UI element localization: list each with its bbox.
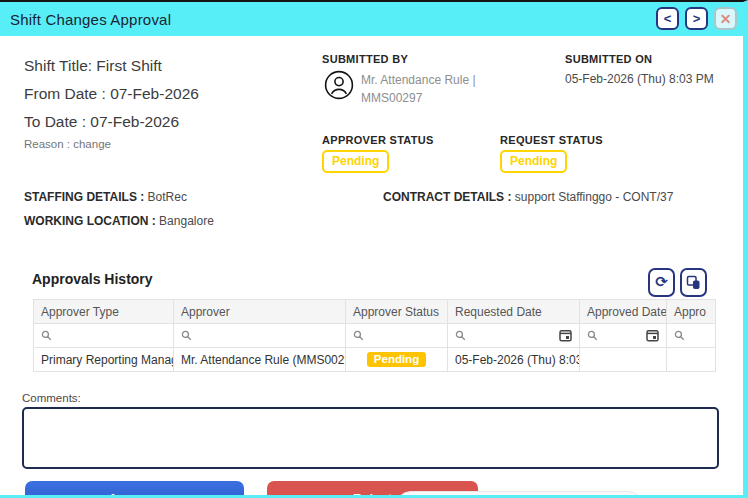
shift-title: Shift Title: First Shift	[24, 57, 162, 75]
titlebar-buttons: < > ✕	[656, 7, 737, 30]
dialog-titlebar: Shift Changes Approval	[0, 2, 743, 36]
working-location-value: Bangalore	[159, 214, 214, 228]
search-icon	[455, 330, 466, 341]
submitted-on-label: SUBMITTED ON	[565, 53, 652, 65]
calendar-icon[interactable]	[646, 329, 659, 342]
history-toolbar: ⟳	[648, 268, 707, 297]
filter-cell-approved-date[interactable]	[580, 324, 667, 348]
search-icon	[587, 330, 598, 341]
search-icon	[674, 330, 685, 341]
working-location-label: WORKING LOCATION :	[24, 214, 156, 228]
search-icon	[353, 330, 364, 341]
submitter-avatar	[324, 70, 354, 100]
shift-from-date: From Date : 07-Feb-2026	[24, 85, 199, 103]
approvals-history-title: Approvals History	[32, 271, 153, 287]
comments-label: Comments:	[22, 392, 81, 404]
column-header[interactable]: Approver Status	[346, 300, 448, 324]
cell-extra	[667, 348, 716, 372]
status-badge: Pending	[500, 150, 567, 173]
filter-cell-approver-type[interactable]	[34, 324, 174, 348]
filter-cell-approver[interactable]	[174, 324, 346, 348]
next-record-button[interactable]: >	[685, 7, 708, 30]
contract-details: CONTRACT DETAILS : support Staffinggo - …	[383, 190, 673, 204]
person-icon	[324, 70, 354, 100]
comments-input[interactable]	[22, 407, 719, 469]
shift-to-date: To Date : 07-Feb-2026	[24, 113, 179, 131]
working-location: WORKING LOCATION : Bangalore	[24, 214, 214, 228]
filter-cell-approver-status[interactable]	[346, 324, 448, 348]
request-status-badge: Pending	[500, 150, 567, 173]
close-button[interactable]: ✕	[714, 7, 737, 30]
contract-details-value: support Staffinggo - CONT/37	[515, 190, 674, 204]
approver-status-badge: Pending	[322, 150, 389, 173]
filter-cell-extra[interactable]	[667, 324, 716, 348]
staffing-details-label: STAFFING DETAILS :	[24, 190, 144, 204]
cell-approver-status: Pending	[346, 348, 448, 372]
submitter-name: Mr. Attendance Rule | MMS00297	[361, 71, 511, 107]
dialog-title: Shift Changes Approval	[10, 11, 171, 28]
search-icon	[181, 330, 192, 341]
column-header[interactable]: Approver	[174, 300, 346, 324]
table-filter-row	[34, 324, 716, 348]
approve-button[interactable]: Approve	[25, 481, 244, 498]
submitted-on-value: 05-Feb-2026 (Thu) 8:03 PM	[565, 72, 714, 86]
request-status-label: REQUEST STATUS	[500, 134, 603, 146]
toast-popup	[395, 491, 644, 498]
staffing-details-value: BotRec	[148, 190, 187, 204]
cell-approved-date	[580, 348, 667, 372]
table-row[interactable]: Primary Reporting Manager Mr. Attendance…	[34, 348, 716, 372]
close-icon: ✕	[720, 12, 732, 26]
reject-button[interactable]: Reject	[267, 481, 478, 498]
table-header-row: Approver Type Approver Approver Status R…	[34, 300, 716, 324]
approver-status-label: APPROVER STATUS	[322, 134, 434, 146]
status-badge: Pending	[367, 352, 426, 367]
shift-changes-approval-dialog: Shift Changes Approval < > ✕ Shift Title…	[0, 0, 748, 498]
copy-button[interactable]	[680, 268, 707, 297]
contract-details-label: CONTRACT DETAILS :	[383, 190, 511, 204]
approvals-history-table: Approver Type Approver Approver Status R…	[33, 299, 716, 372]
cell-approver-type: Primary Reporting Manager	[34, 348, 174, 372]
refresh-button[interactable]: ⟳	[648, 268, 675, 297]
copy-icon	[686, 275, 701, 290]
filter-cell-requested-date[interactable]	[448, 324, 580, 348]
submitted-by-label: SUBMITTED BY	[322, 53, 408, 65]
column-header[interactable]: Approver Type	[34, 300, 174, 324]
column-header[interactable]: Approved Date	[580, 300, 667, 324]
shift-reason: Reason : change	[24, 138, 111, 150]
cell-requested-date: 05-Feb-2026 (Thu) 8:03 PM	[448, 348, 580, 372]
status-badge: Pending	[322, 150, 389, 173]
calendar-icon[interactable]	[559, 329, 572, 342]
column-header[interactable]: Requested Date	[448, 300, 580, 324]
column-header[interactable]: Appro	[667, 300, 716, 324]
refresh-icon: ⟳	[655, 275, 668, 290]
chevron-left-icon: <	[664, 12, 672, 25]
chevron-right-icon: >	[693, 12, 701, 25]
previous-record-button[interactable]: <	[656, 7, 679, 30]
staffing-details: STAFFING DETAILS : BotRec	[24, 190, 187, 204]
cell-approver: Mr. Attendance Rule (MMS00297)	[174, 348, 346, 372]
search-icon	[41, 330, 52, 341]
